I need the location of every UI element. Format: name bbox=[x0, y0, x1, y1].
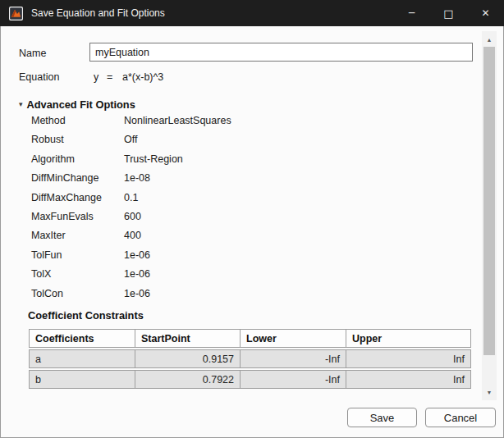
vertical-scrollbar[interactable]: ▲ ▼ bbox=[482, 31, 497, 400]
option-row-diffminchange: DiffMinChange 1e-08 bbox=[1, 169, 482, 188]
dialog-body: Name Equation y = a*(x-b)^3 ▾ Advanced F… bbox=[0, 26, 504, 438]
dialog-window: Save Equation and Fit Options ─ □ ✕ Name… bbox=[0, 0, 504, 438]
cancel-button[interactable]: Cancel bbox=[425, 408, 496, 427]
cell-startpoint[interactable]: 0.9157 bbox=[135, 349, 241, 368]
scroll-up-icon[interactable]: ▲ bbox=[482, 33, 497, 46]
option-value[interactable]: NonlinearLeastSquares bbox=[124, 112, 231, 130]
option-label: MaxIter bbox=[31, 226, 66, 245]
option-row-robust: Robust Off bbox=[1, 130, 482, 149]
cell-upper[interactable]: Inf bbox=[346, 370, 471, 389]
advanced-fit-options-header[interactable]: ▾ Advanced Fit Options bbox=[19, 98, 135, 111]
coefficient-constraints-table: Coefficients StartPoint Lower Upper a 0.… bbox=[29, 327, 471, 390]
close-button[interactable]: ✕ bbox=[467, 0, 504, 26]
option-label: DiffMaxChange bbox=[31, 189, 102, 208]
table-header-row: Coefficients StartPoint Lower Upper bbox=[29, 329, 471, 348]
column-header-upper: Upper bbox=[346, 329, 471, 348]
option-row-tolfun: TolFun 1e-06 bbox=[1, 246, 482, 265]
equation-label: Equation bbox=[19, 71, 59, 83]
option-row-tolcon: TolCon 1e-06 bbox=[1, 285, 482, 303]
equation-equals: = bbox=[107, 71, 112, 83]
option-row-maxiter: MaxIter 400 bbox=[1, 226, 482, 245]
option-label: MaxFunEvals bbox=[31, 208, 94, 226]
scroll-down-icon[interactable]: ▼ bbox=[482, 386, 497, 399]
cell-upper[interactable]: Inf bbox=[346, 349, 471, 368]
name-label: Name bbox=[19, 48, 46, 59]
option-value[interactable]: 1e-06 bbox=[124, 246, 150, 265]
option-row-algorithm: Algorithm Trust-Region bbox=[1, 150, 482, 169]
option-value[interactable]: 600 bbox=[124, 208, 141, 226]
option-label: Algorithm bbox=[31, 150, 75, 169]
option-label: DiffMinChange bbox=[31, 169, 99, 188]
option-label: TolX bbox=[31, 265, 51, 284]
option-value[interactable]: 1e-06 bbox=[124, 285, 150, 303]
column-header-coefficients: Coefficients bbox=[29, 329, 135, 348]
option-row-maxfunevals: MaxFunEvals 600 bbox=[1, 208, 482, 226]
column-header-lower: Lower bbox=[241, 329, 346, 348]
equation-lhs: y bbox=[94, 71, 99, 83]
name-input[interactable] bbox=[89, 43, 473, 62]
option-label: TolFun bbox=[31, 246, 62, 265]
option-value[interactable]: Off bbox=[124, 130, 137, 149]
option-value[interactable]: 1e-06 bbox=[124, 265, 150, 284]
maximize-button[interactable]: □ bbox=[430, 0, 467, 26]
option-label: Robust bbox=[31, 130, 64, 149]
option-row-method: Method NonlinearLeastSquares bbox=[1, 112, 482, 130]
minimize-button[interactable]: ─ bbox=[393, 0, 430, 26]
cell-lower[interactable]: -Inf bbox=[241, 370, 346, 389]
cell-coefficient: b bbox=[29, 370, 135, 389]
collapse-chevron-icon: ▾ bbox=[19, 101, 23, 108]
option-value[interactable]: 0.1 bbox=[124, 189, 138, 208]
save-button[interactable]: Save bbox=[347, 408, 417, 427]
scrollbar-thumb[interactable] bbox=[483, 47, 495, 355]
advanced-fit-options-title: Advanced Fit Options bbox=[27, 98, 135, 111]
title-bar: Save Equation and Fit Options ─ □ ✕ bbox=[0, 0, 504, 26]
matlab-icon bbox=[9, 7, 23, 21]
cell-startpoint[interactable]: 0.7922 bbox=[135, 370, 241, 389]
window-title: Save Equation and Fit Options bbox=[31, 7, 165, 19]
option-value[interactable]: 1e-08 bbox=[124, 169, 150, 188]
option-row-diffmaxchange: DiffMaxChange 0.1 bbox=[1, 189, 482, 208]
option-label: TolCon bbox=[31, 285, 63, 303]
column-header-startpoint: StartPoint bbox=[135, 329, 241, 348]
window-controls: ─ □ ✕ bbox=[393, 0, 504, 26]
fit-options-list: Method NonlinearLeastSquares Robust Off … bbox=[1, 112, 482, 303]
table-row-b: b 0.7922 -Inf Inf bbox=[29, 370, 471, 389]
cell-coefficient: a bbox=[29, 349, 135, 368]
equation-rhs: a*(x-b)^3 bbox=[122, 71, 163, 83]
cell-lower[interactable]: -Inf bbox=[241, 349, 346, 368]
option-value[interactable]: Trust-Region bbox=[124, 150, 183, 169]
option-label: Method bbox=[31, 112, 66, 130]
table-row-a: a 0.9157 -Inf Inf bbox=[29, 349, 471, 368]
option-row-tolx: TolX 1e-06 bbox=[1, 265, 482, 284]
option-value[interactable]: 400 bbox=[124, 226, 141, 245]
coefficient-constraints-title: Coefficient Constraints bbox=[28, 309, 144, 322]
